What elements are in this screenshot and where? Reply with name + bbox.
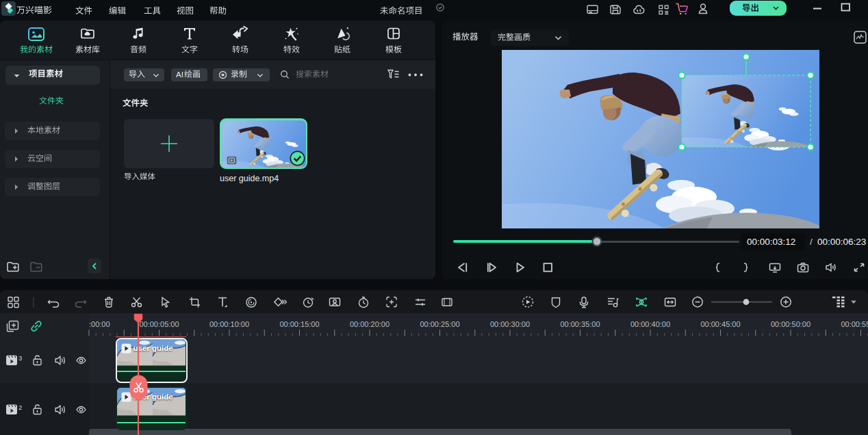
svg-text:3: 3 — [18, 354, 22, 362]
svg-text:2: 2 — [18, 404, 22, 411]
